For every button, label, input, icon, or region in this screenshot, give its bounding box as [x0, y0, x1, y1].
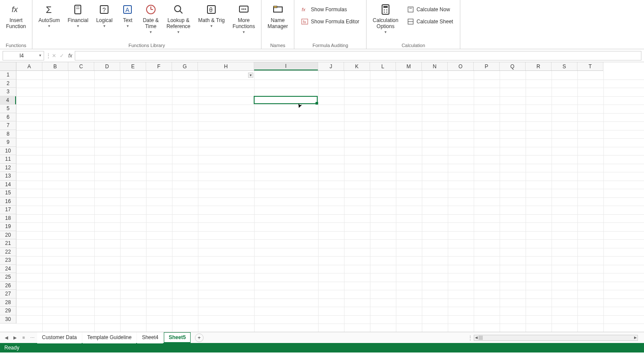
row-header[interactable]: 15 [0, 189, 16, 197]
sheet-tab[interactable]: Template Guideline [83, 332, 137, 343]
show-formula-editor-button[interactable]: fx Show Formula Editor [298, 16, 363, 27]
column-header[interactable]: K [344, 62, 370, 70]
column-header[interactable]: R [526, 62, 552, 70]
row-header[interactable]: 20 [0, 231, 16, 240]
lookup-reference-button[interactable]: Lookup & Reference ▼ [164, 1, 193, 34]
autosum-button[interactable]: Σ AutoSum ▼ [36, 1, 62, 28]
row-header[interactable]: 11 [0, 155, 16, 164]
name-box[interactable]: I4 ▼ [3, 51, 44, 60]
tab-nav-prev[interactable]: ◀ [3, 334, 10, 342]
column-header[interactable]: I [254, 62, 318, 70]
column-header[interactable]: M [396, 62, 422, 70]
row-headers[interactable]: 1234567891011121314151617181920212223242… [0, 71, 16, 324]
row-header[interactable]: 19 [0, 222, 16, 231]
column-header[interactable]: O [448, 62, 474, 70]
fill-handle[interactable] [316, 102, 318, 105]
show-formulas-button[interactable]: fx Show Formulas [298, 4, 363, 15]
tab-nav-next[interactable]: ▶ [11, 334, 19, 342]
row-header[interactable]: 18 [0, 214, 16, 223]
divider: ⋮ [46, 53, 50, 59]
row-header[interactable]: 9 [0, 138, 16, 147]
row-header[interactable]: 5 [0, 105, 16, 113]
row-header[interactable]: 14 [0, 181, 16, 189]
cells-area[interactable]: ▼➤ [16, 71, 644, 332]
sheet-tab[interactable]: Customer Data [37, 332, 82, 343]
calculation-options-button[interactable]: Calculation Options ▼ [370, 1, 401, 34]
logical-button[interactable]: ? Logical ▼ [93, 1, 115, 28]
selected-cell[interactable] [254, 96, 318, 105]
financial-button[interactable]: Financial ▼ [65, 1, 91, 28]
insert-function-button[interactable]: fx Insert Function [3, 1, 29, 29]
fx-label[interactable]: fx [66, 53, 75, 59]
row-header[interactable]: 8 [0, 130, 16, 139]
calculate-now-button[interactable]: Calculate Now [404, 4, 457, 15]
calculate-sheet-button[interactable]: Calculate Sheet [404, 16, 457, 27]
chevron-down-icon: ▼ [149, 30, 153, 34]
chevron-down-icon: ▼ [242, 30, 245, 34]
formula-input[interactable] [75, 51, 641, 60]
column-header[interactable]: J [318, 62, 344, 70]
column-header[interactable]: T [577, 62, 603, 70]
filter-dropdown-icon[interactable]: ▼ [248, 73, 253, 78]
row-header[interactable]: 28 [0, 298, 16, 307]
formula-bar-buttons: ✕ ✓ [50, 53, 66, 59]
column-header[interactable]: B [42, 62, 68, 70]
tab-more-icon[interactable]: ⋯ [29, 334, 36, 342]
column-header[interactable]: H [198, 62, 254, 70]
column-header[interactable]: L [370, 62, 396, 70]
row-header[interactable]: 23 [0, 256, 16, 265]
cancel-icon[interactable]: ✕ [51, 53, 57, 59]
text-button[interactable]: A Text ▼ [118, 1, 137, 28]
row-header[interactable]: 27 [0, 290, 16, 298]
svg-point-19 [245, 9, 246, 10]
name-manager-button[interactable]: Name Manager [265, 1, 290, 29]
row-header[interactable]: 1 [0, 71, 16, 79]
column-header[interactable]: P [474, 62, 500, 70]
column-headers[interactable]: ABCDEFGHIJKLMNOPQRST [16, 62, 603, 71]
chevron-down-icon: ▼ [102, 24, 106, 28]
row-header[interactable]: 12 [0, 164, 16, 172]
column-header[interactable]: S [552, 62, 577, 70]
math-trig-button[interactable]: θ Math & Trig ▼ [196, 1, 227, 28]
row-header[interactable]: 24 [0, 265, 16, 273]
row-header[interactable]: 13 [0, 172, 16, 181]
row-header[interactable]: 25 [0, 273, 16, 282]
add-sheet-button[interactable]: + [195, 333, 204, 342]
clock-icon [144, 3, 158, 16]
row-header[interactable]: 3 [0, 88, 16, 96]
scroll-thumb[interactable] [478, 336, 483, 340]
column-header[interactable]: C [68, 62, 94, 70]
column-header[interactable]: Q [500, 62, 526, 70]
scroll-right-icon[interactable]: ▶ [633, 335, 638, 340]
sheet-tab[interactable]: Sheet5 [164, 332, 190, 343]
column-header[interactable]: A [16, 62, 42, 70]
row-header[interactable]: 16 [0, 197, 16, 206]
chevron-down-icon: ▼ [210, 24, 213, 28]
row-header[interactable]: 7 [0, 121, 16, 130]
row-header[interactable]: 30 [0, 315, 16, 324]
date-time-button[interactable]: Date & Time ▼ [140, 1, 161, 34]
column-header[interactable]: N [422, 62, 448, 70]
row-header[interactable]: 21 [0, 239, 16, 248]
calculate-now-label: Calculate Now [417, 6, 450, 13]
row-header[interactable]: 4 [0, 96, 16, 105]
more-functions-button[interactable]: More Functions ▼ [230, 1, 258, 34]
spreadsheet-grid[interactable]: ABCDEFGHIJKLMNOPQRST 1234567891011121314… [0, 62, 644, 332]
column-header[interactable]: E [120, 62, 146, 70]
column-header[interactable]: G [172, 62, 198, 70]
row-header[interactable]: 26 [0, 282, 16, 290]
column-header[interactable]: D [94, 62, 120, 70]
row-header[interactable]: 17 [0, 206, 16, 214]
column-header[interactable]: F [146, 62, 172, 70]
row-header[interactable]: 2 [0, 79, 16, 88]
row-header[interactable]: 22 [0, 248, 16, 257]
horizontal-scrollbar[interactable]: ◀ ▶ [474, 335, 638, 341]
row-header[interactable]: 29 [0, 307, 16, 315]
group-functions-library: Σ AutoSum ▼ Financial ▼ ? Logical ▼ A Te… [32, 0, 261, 49]
tab-list-icon[interactable]: ≡ [20, 334, 28, 342]
row-header[interactable]: 10 [0, 147, 16, 156]
accept-icon[interactable]: ✓ [59, 53, 65, 59]
row-header[interactable]: 6 [0, 113, 16, 122]
sheet-tab[interactable]: Sheet4 [137, 332, 163, 343]
select-all-corner[interactable] [0, 62, 16, 71]
